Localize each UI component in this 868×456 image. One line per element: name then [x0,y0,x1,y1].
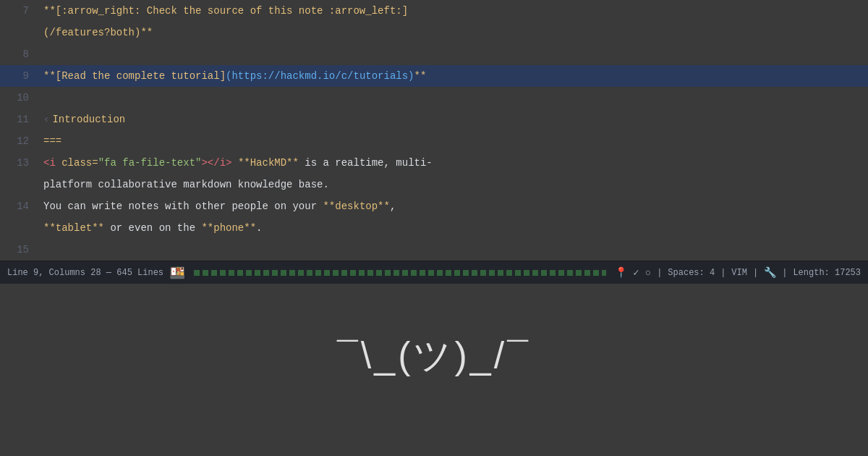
code-line-14-cont: **tablet** or even on the **phone**. [0,217,868,239]
editor-container: 7 **[:arrow_right: Check the source of t… [0,0,868,261]
status-spaces: Spaces: 4 [668,268,715,278]
code-line-7-cont: (/features?both)** [0,22,868,43]
status-bar: Line 9, Columns 28 — 645 Lines 🍱 📍 ✓ ○ |… [0,261,868,284]
status-vim: VIM [731,268,747,278]
line-content-14-cont: **tablet** or even on the **phone**. [43,219,868,237]
status-progress-bar [194,270,606,276]
line-number-11: 11 [0,110,43,129]
status-divider-2: | [720,268,726,278]
line-number-8: 8 [0,45,43,64]
status-divider-1: | [657,268,662,278]
wrench-icon[interactable]: 🔧 [764,266,776,279]
code-line-10: 10 [0,87,868,109]
code-line-8: 8 [0,43,868,65]
line-content-14: You can write notes with other people on… [43,197,868,216]
shrug-emoticon: ¯\_(ツ)_/¯ [337,331,531,381]
status-emoji: 🍱 [169,265,185,281]
code-line-13: 13 <i class="fa fa-file-text"></i> **Hac… [0,152,868,174]
code-line-9: 9 **[Read the complete tutorial](https:/… [0,65,868,87]
code-line-15: 15 [0,239,868,261]
status-length: Length: 17253 [793,268,861,278]
line-content-15 [43,240,868,259]
code-line-11: 11 ‹Introduction [0,109,868,130]
line-number-12: 12 [0,132,43,151]
shrug-area: ¯\_(ツ)_/¯ [0,284,868,428]
line-content-7: **[:arrow_right: Check the source of thi… [43,1,868,20]
status-position: Line 9, Columns 28 — 645 Lines [7,268,163,278]
line-content-11: ‹Introduction [43,110,868,129]
check-icon: ✓ [633,266,639,279]
line-number-15: 15 [0,240,43,259]
circle-icon: ○ [645,267,651,279]
line-number-14: 14 [0,197,43,216]
status-divider-4: | [782,268,787,278]
line-content-9: **[Read the complete tutorial](https://h… [43,67,868,85]
code-line-13-cont: platform collaborative markdown knowledg… [0,174,868,195]
line-content-12: === [43,132,868,151]
pin-icon: 📍 [615,266,627,279]
code-line-12: 12 === [0,130,868,152]
line-content-7-cont: (/features?both)** [43,23,868,42]
code-line-7: 7 **[:arrow_right: Check the source of t… [0,0,868,22]
line-content-8 [43,45,868,64]
line-content-13: <i class="fa fa-file-text"></i> **HackMD… [43,153,868,172]
line-number-7: 7 [0,1,43,20]
line-number-10: 10 [0,88,43,107]
line-content-13-cont: platform collaborative markdown knowledg… [43,175,868,194]
status-divider-3: | [753,268,758,278]
code-line-14: 14 You can write notes with other people… [0,195,868,217]
line-content-10 [43,88,868,107]
line-number-13: 13 [0,153,43,172]
line-number-9: 9 [0,67,43,85]
